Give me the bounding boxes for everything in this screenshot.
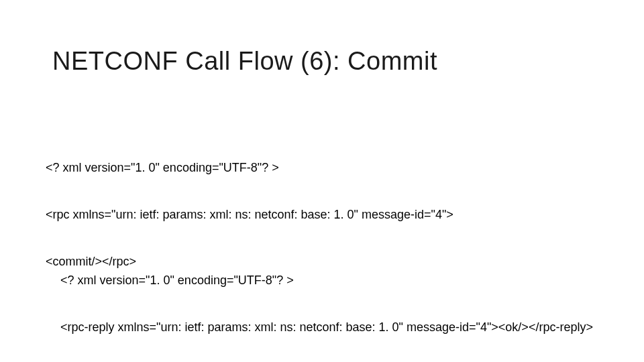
code-line: <rpc xmlns="urn: ietf: params: xml: ns: …	[46, 207, 596, 223]
reply-code-block: <? xml version="1. 0" encoding="UTF-8"? …	[60, 241, 597, 362]
code-line: <? xml version="1. 0" encoding="UTF-8"? …	[46, 160, 596, 176]
code-line: <? xml version="1. 0" encoding="UTF-8"? …	[60, 273, 597, 288]
code-line: <rpc-reply xmlns="urn: ietf: params: xml…	[60, 320, 597, 335]
slide-title: NETCONF Call Flow (6): Commit	[52, 47, 437, 76]
slide: NETCONF Call Flow (6): Commit <? xml ver…	[0, 0, 644, 362]
